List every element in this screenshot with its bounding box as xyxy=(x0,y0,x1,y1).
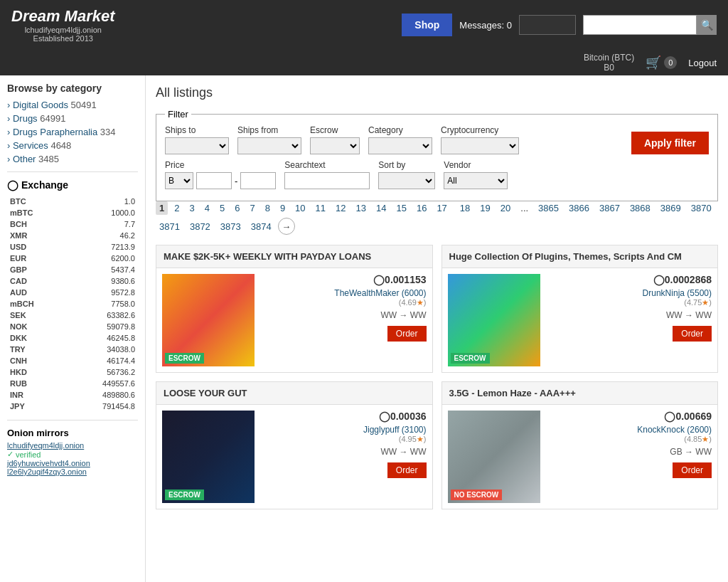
search-button[interactable]: 🔍 xyxy=(697,15,717,35)
cart-widget[interactable]: 🛒 0 xyxy=(646,55,677,70)
pagination-link[interactable]: 9 xyxy=(277,201,289,215)
pagination-link[interactable]: 19 xyxy=(476,201,493,215)
pagination-link[interactable]: 2 xyxy=(171,201,183,215)
pagination-link[interactable]: 16 xyxy=(413,201,430,215)
listing-info: ◯0.0002868 DrunkNinja (5500) (4.75★) WW … xyxy=(546,274,712,366)
sortby-select[interactable] xyxy=(378,172,435,189)
crypto-select[interactable] xyxy=(441,137,519,154)
listing-title: Huge Collection Of Plugins, Themes, Scri… xyxy=(442,245,718,268)
order-button[interactable]: Order xyxy=(387,326,427,342)
category-link[interactable]: › Digital Goods 50491 xyxy=(7,100,97,110)
pagination-link[interactable]: 3865 xyxy=(535,201,562,215)
pagination-link[interactable]: 20 xyxy=(497,201,514,215)
currency-rate: 449557.6 xyxy=(38,379,136,388)
listing-card: Huge Collection Of Plugins, Themes, Scri… xyxy=(441,245,719,373)
searchtext-group: Searchtext xyxy=(284,160,370,189)
pagination-link[interactable]: 3871 xyxy=(156,220,183,233)
listing-vendor[interactable]: Jigglypuff (3100) xyxy=(363,425,427,435)
category-link[interactable]: › Drugs Paraphernalia 334 xyxy=(7,127,116,137)
pagination-link[interactable]: 13 xyxy=(353,201,370,215)
pagination-link[interactable]: 7 xyxy=(246,201,258,215)
pagination-link[interactable]: 11 xyxy=(312,201,329,215)
category-link[interactable]: › Services 4648 xyxy=(7,140,71,151)
order-button[interactable]: Order xyxy=(387,462,427,478)
currency-rate: 1000.0 xyxy=(38,208,136,218)
exchange-row: mBTC1000.0 xyxy=(9,208,136,218)
order-button[interactable]: Order xyxy=(673,326,712,342)
category-select[interactable] xyxy=(368,137,432,154)
pagination-link[interactable]: 3873 xyxy=(217,220,245,233)
filter-row-1: Ships to Ships from Escrow Category Cryp… xyxy=(165,125,709,154)
listing-card: MAKE $2K-5K+ WEEKLY WITH PAYDAY LOANS ES… xyxy=(156,245,433,373)
currency-code: CAD xyxy=(9,276,37,286)
listing-badge: ESCROW xyxy=(451,353,490,364)
currency-code: mBTC xyxy=(9,208,37,218)
listing-vendor[interactable]: DrunkNinja (5500) xyxy=(643,288,712,298)
exchange-row: EUR6200.0 xyxy=(9,253,136,263)
listing-image: ESCROW xyxy=(448,274,540,366)
apply-filter-button[interactable]: Apply filter xyxy=(631,132,709,154)
pagination-next-button[interactable]: → xyxy=(278,218,295,235)
exchange-row: mBCH7758.0 xyxy=(9,299,136,309)
price-currency-select[interactable]: B xyxy=(165,172,193,189)
btc-value: B0 xyxy=(584,63,634,73)
shop-button[interactable]: Shop xyxy=(402,14,452,36)
price-inputs: B - xyxy=(165,172,276,189)
currency-code: DKK xyxy=(9,333,37,343)
pagination-link[interactable]: 18 xyxy=(456,201,473,215)
pagination-link[interactable]: 3869 xyxy=(657,201,685,215)
exchange-row: NOK59079.8 xyxy=(9,322,136,332)
pagination-link[interactable]: 3 xyxy=(186,201,198,215)
pagination-link[interactable]: 15 xyxy=(392,201,410,215)
listing-shipping: WW → WW xyxy=(381,310,427,320)
exchange-title: ◯ Exchange xyxy=(7,179,138,191)
vendor-select[interactable]: All xyxy=(444,172,508,189)
pagination-dots: ... xyxy=(517,201,532,215)
listing-price: ◯0.001153 xyxy=(373,274,426,285)
pagination-link[interactable]: 3866 xyxy=(565,201,593,215)
currency-code: INR xyxy=(9,390,37,400)
onion-link[interactable]: l2e6ly2uqif4zqy3.onion xyxy=(7,467,138,476)
pagination-link[interactable]: 4 xyxy=(201,201,213,215)
onion-link[interactable]: jd6yhuwcivehvdt4.onion xyxy=(7,459,138,467)
price-max-input[interactable] xyxy=(240,172,276,189)
exchange-row: RUB449557.6 xyxy=(9,379,136,388)
pagination-link[interactable]: 3872 xyxy=(186,220,214,233)
pagination-link[interactable]: 3867 xyxy=(596,201,623,215)
price-dash: - xyxy=(235,176,237,186)
user-input[interactable] xyxy=(519,15,576,35)
searchtext-label: Searchtext xyxy=(284,160,370,170)
ships-to-select[interactable] xyxy=(165,137,229,154)
order-button[interactable]: Order xyxy=(673,462,712,478)
pagination-link[interactable]: 17 xyxy=(433,201,450,215)
listing-vendor[interactable]: TheWealthMaker (6000) xyxy=(334,288,426,298)
categories-list: › Digital Goods 50491› Drugs 64991› Drug… xyxy=(7,100,138,164)
pagination-link[interactable]: 1 xyxy=(156,201,168,215)
pagination-link[interactable]: 14 xyxy=(373,201,390,215)
pagination-link[interactable]: 3868 xyxy=(626,201,654,215)
onion-link[interactable]: lchudifyeqm4ldjj.onion xyxy=(7,441,138,450)
sidebar: Browse by category › Digital Goods 50491… xyxy=(0,75,146,582)
currency-rate: 7758.0 xyxy=(38,299,136,309)
pagination-link[interactable]: 8 xyxy=(262,201,274,215)
searchtext-input[interactable] xyxy=(284,172,370,189)
pagination-link[interactable]: 10 xyxy=(291,201,309,215)
listing-body: NO ESCROW ◯0.00669 KnockKnock (2600) (4.… xyxy=(442,405,718,509)
pagination-link[interactable]: 3874 xyxy=(247,220,275,233)
listing-rating: (4.85★) xyxy=(684,435,712,444)
currency-rate: 46174.4 xyxy=(38,356,136,366)
category-link[interactable]: › Drugs 64991 xyxy=(7,113,65,124)
search-input[interactable] xyxy=(583,15,697,35)
pagination-link[interactable]: 5 xyxy=(216,201,228,215)
pagination-link[interactable]: 3870 xyxy=(687,201,715,215)
category-link[interactable]: › Other 3485 xyxy=(7,154,59,164)
price-min-input[interactable] xyxy=(196,172,232,189)
listing-vendor[interactable]: KnockKnock (2600) xyxy=(637,425,712,435)
escrow-select[interactable] xyxy=(310,137,360,154)
ships-from-select[interactable] xyxy=(237,137,301,154)
currency-rate: 6200.0 xyxy=(38,253,136,263)
ships-from-label: Ships from xyxy=(237,125,301,135)
pagination-link[interactable]: 12 xyxy=(332,201,349,215)
logout-button[interactable]: Logout xyxy=(688,58,717,68)
pagination-link[interactable]: 6 xyxy=(231,201,243,215)
